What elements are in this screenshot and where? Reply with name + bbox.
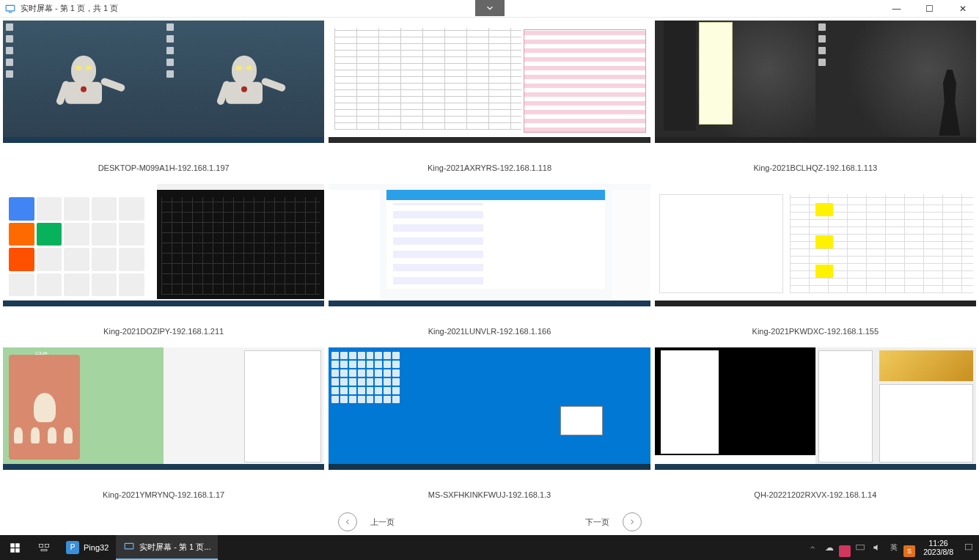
screen-grid-container: DESKTOP-M099A1H-192.168.1.197 King-2021A…	[0, 18, 979, 535]
windows-taskbar: P Ping32 实时屏幕 - 第 1 页... ☁ 英 S 11:26 202…	[0, 535, 979, 560]
taskbar-clock[interactable]: 11:26 2023/8/8	[917, 539, 959, 556]
next-page-button[interactable]: 下一页	[585, 512, 642, 531]
svg-rect-7	[45, 544, 48, 547]
screen-label: DESKTOP-M099A1H-192.168.1.197	[3, 143, 324, 181]
window-title: 实时屏幕 - 第 1 页，共 1 页	[21, 3, 118, 14]
screen-thumbnail[interactable]	[329, 347, 650, 470]
tray-notifications-icon[interactable]	[961, 535, 976, 560]
svg-rect-11	[965, 544, 972, 550]
screen-thumbnail[interactable]	[3, 21, 324, 143]
maximize-button[interactable]: ☐	[913, 0, 946, 18]
svg-rect-8	[41, 550, 47, 551]
svg-rect-4	[10, 548, 15, 553]
next-page-label: 下一页	[585, 517, 609, 528]
svg-rect-1	[9, 12, 12, 12]
clock-date: 2023/8/8	[923, 548, 953, 556]
collapse-toolbar-button[interactable]	[475, 0, 505, 16]
system-tray: ☁ 英 S 11:26 2023/8/8	[805, 535, 979, 560]
prev-page-label: 上一页	[370, 517, 395, 528]
screen-label: King-2021BCLHQZ-192.168.1.113	[655, 143, 976, 181]
svg-rect-6	[39, 544, 43, 547]
screen-thumbnail[interactable]	[655, 347, 976, 470]
screen-thumbnail[interactable]	[329, 21, 650, 143]
tray-volume-icon[interactable]	[870, 535, 884, 560]
tray-onedrive-icon[interactable]: ☁	[822, 535, 837, 560]
screen-label: King-2021PKWDXC-192.168.1.155	[655, 306, 976, 345]
svg-rect-0	[6, 5, 15, 11]
screen-label: King-2021AXRYRS-192.168.1.118	[329, 143, 650, 181]
arrow-left-icon	[338, 512, 357, 531]
tray-ime-icon[interactable]: 英	[887, 535, 901, 560]
minimize-button[interactable]: —	[880, 0, 913, 18]
screen-label: QH-20221202RXVX-192.168.1.14	[655, 470, 976, 508]
svg-rect-10	[857, 545, 865, 550]
screen-thumbnail[interactable]	[329, 184, 650, 306]
task-view-button[interactable]	[29, 535, 59, 560]
clock-time: 11:26	[923, 539, 953, 548]
close-button[interactable]: ✕	[946, 0, 979, 18]
svg-rect-3	[15, 543, 20, 548]
screen-label: King-2021LUNVLR-192.168.1.166	[329, 306, 650, 345]
tray-sogou-icon[interactable]: S	[903, 545, 915, 557]
arrow-right-icon	[623, 512, 642, 531]
screen-thumbnail[interactable]	[655, 184, 976, 306]
taskbar-app-label: 实时屏幕 - 第 1 页...	[139, 542, 210, 553]
pagination: 上一页 下一页	[0, 508, 979, 535]
task-view-icon	[38, 542, 50, 553]
tray-network-icon[interactable]	[853, 535, 868, 560]
ping32-icon: P	[66, 541, 79, 554]
window-titlebar: 实时屏幕 - 第 1 页，共 1 页 — ☐ ✕	[0, 0, 979, 18]
screen-thumbnail[interactable]: 记住	[3, 347, 324, 470]
screen-label: King-2021DOZIPY-192.168.1.211	[3, 306, 324, 345]
svg-rect-2	[10, 543, 15, 548]
start-button[interactable]	[0, 535, 29, 560]
screen-thumbnail[interactable]	[655, 21, 976, 143]
screen-label: King-2021YMRYNQ-192.168.1.17	[3, 470, 324, 508]
tray-chevron-up-icon[interactable]	[805, 535, 820, 560]
taskbar-app-ping32[interactable]: P Ping32	[59, 535, 116, 560]
taskbar-app-realtime-screen[interactable]: 实时屏幕 - 第 1 页...	[116, 535, 218, 560]
prev-page-button[interactable]: 上一页	[338, 512, 395, 531]
taskbar-app-label: Ping32	[84, 543, 109, 552]
svg-rect-9	[125, 543, 133, 549]
tray-app-icon[interactable]	[839, 545, 851, 557]
screen-label: MS-SXFHKINKFWUJ-192.168.1.3	[329, 470, 650, 508]
svg-rect-5	[15, 548, 20, 553]
chevron-down-icon	[485, 3, 495, 13]
screen-thumbnail[interactable]	[3, 184, 324, 306]
monitor-icon	[123, 541, 135, 553]
monitor-icon	[4, 3, 16, 15]
windows-icon	[10, 542, 21, 553]
